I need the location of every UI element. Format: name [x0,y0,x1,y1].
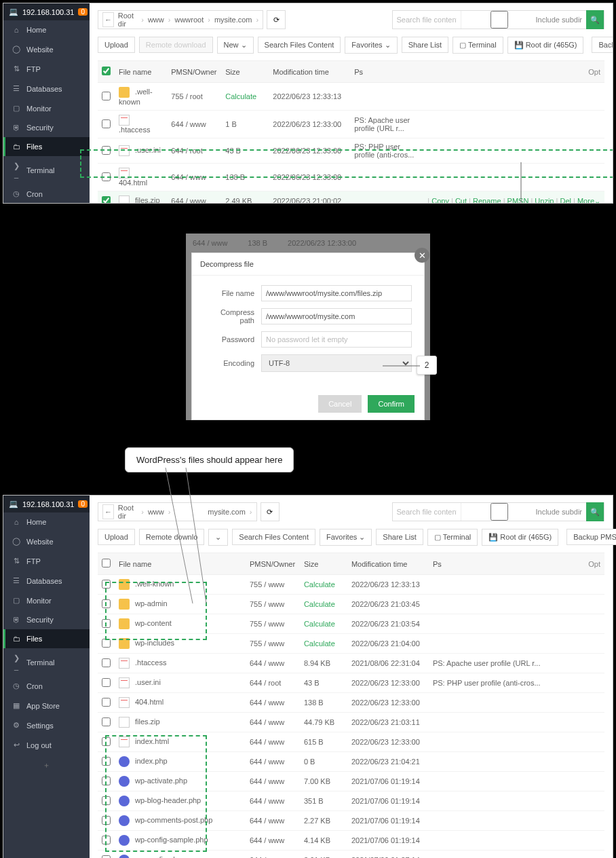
new-button[interactable]: ⌄ [208,529,228,546]
table-row[interactable]: index.php 644 / www 0 B 2022/06/23 21:04… [98,752,604,772]
include-subdir[interactable]: Include subdir [461,503,587,521]
nav-logout[interactable]: ↩Log out [3,735,90,755]
row-checkbox[interactable] [102,757,111,766]
favorites-button[interactable]: Favorites ⌄ [320,529,372,546]
cell-filename[interactable]: wp-admin [115,595,246,614]
nav-add[interactable]: ＋ [3,755,90,776]
cell-filename[interactable]: .well-known [115,575,246,595]
cell-filename[interactable]: .user.ini [115,673,246,693]
share-list-button[interactable]: Share List [402,37,449,53]
th-size[interactable]: Size [300,553,347,575]
row-checkbox[interactable] [102,796,111,805]
search-content-button[interactable]: Search Files Content [232,529,315,545]
row-checkbox[interactable] [102,580,111,589]
crumb-wwwroot[interactable]: wwwroot [174,16,204,24]
row-checkbox[interactable] [102,855,111,859]
th-ps[interactable]: Ps [350,61,423,83]
table-row[interactable]: 404.html 644 / www 138 B 2022/06/23 12:3… [98,164,604,191]
rootdir-button[interactable]: 💾 Root dir (465G) [507,37,584,54]
nav-website[interactable]: ◯Website [3,531,90,551]
nav-terminal[interactable]: ❯_Terminal [3,156,90,184]
crumb-root[interactable]: Root dir [118,12,137,28]
rootdir-button[interactable]: 💾 Root dir (465G) [482,529,558,546]
row-checkbox[interactable] [102,172,111,181]
crumb-www[interactable]: www [148,508,164,516]
terminal-button[interactable]: ▢ Terminal [453,37,503,54]
table-row[interactable]: wp-admin 755 / www Calculate 2022/06/23 … [98,595,604,614]
copy-link[interactable]: Copy [431,197,449,204]
nav-db[interactable]: ☰Databases [3,79,90,98]
unzip-link[interactable]: Unzip [535,197,554,204]
row-checkbox[interactable] [102,678,111,687]
table-row[interactable]: .user.ini 644 / root 43 B 2022/06/23 12:… [98,673,604,693]
nav-monitor[interactable]: ▢Monitor [3,591,90,610]
nav-website[interactable]: ◯Website [3,39,90,59]
th-filename[interactable]: File name [115,553,246,575]
row-checkbox[interactable] [102,816,111,825]
search-button[interactable]: 🔍 [586,10,604,29]
nav-ftp[interactable]: ⇅FTP [3,59,90,79]
select-all-checkbox[interactable] [102,559,111,567]
cell-filename[interactable]: wp-config.php [115,851,246,859]
row-checkbox[interactable] [102,119,111,128]
select-all-checkbox[interactable] [102,67,111,75]
row-checkbox[interactable] [102,146,111,155]
more-link[interactable]: More⌄ [577,197,600,204]
cell-filename[interactable]: wp-includes [115,634,246,654]
row-checkbox[interactable] [102,196,111,204]
terminal-button[interactable]: ▢ Terminal [427,529,478,546]
row-checkbox[interactable] [102,658,111,667]
row-checkbox[interactable] [102,619,111,628]
table-row[interactable]: index.html 644 / www 615 B 2022/06/23 12… [98,732,604,752]
row-checkbox[interactable] [102,737,111,746]
row-checkbox[interactable] [102,717,111,726]
th-size[interactable]: Size [221,61,269,83]
nav-files[interactable]: 🗀Files [3,629,90,648]
rename-link[interactable]: Rename [473,197,501,204]
th-pmsn[interactable]: PMSN/Owner [246,553,300,575]
del-link[interactable]: Del [560,197,571,204]
compresspath-input[interactable] [261,308,412,324]
nav-cron[interactable]: ◷Cron [3,676,90,696]
nav-terminal[interactable]: ❯_Terminal [3,648,90,676]
crumb-site[interactable]: mysite.com [208,508,246,516]
cell-filename[interactable]: wp-activate.php [115,772,246,791]
th-mod[interactable]: Modification time [347,553,429,575]
table-row[interactable]: files.zip 644 / www 2.49 KB 2022/06/23 2… [98,191,604,204]
confirm-button[interactable]: Confirm [368,395,415,413]
cut-link[interactable]: Cut [455,197,467,204]
cancel-button[interactable]: Cancel [318,395,362,413]
cell-filename[interactable]: wp-content [115,614,246,634]
search-button[interactable]: 🔍 [586,502,604,521]
th-filename[interactable]: File name [115,61,167,83]
subdir-checkbox[interactable] [465,503,533,521]
password-input[interactable] [261,331,412,348]
th-ps[interactable]: Ps [429,553,577,575]
nav-appstore[interactable]: ▦App Store [3,696,90,715]
back-button[interactable]: ← [102,12,114,27]
row-checkbox[interactable] [102,639,111,648]
cell-filename[interactable]: 404.html [115,693,246,713]
cell-filename[interactable]: wp-blog-header.php [115,791,246,811]
table-row[interactable]: .well-known 755 / root Calculate 2022/06… [98,83,604,111]
cell-filename[interactable]: .htaccess [115,654,246,673]
refresh-button[interactable]: ⟳ [261,502,280,521]
search-content-button[interactable]: Search Files Content [258,37,341,53]
include-subdir[interactable]: Include subdir [461,11,587,29]
nav-files[interactable]: 🗀Files [3,137,90,156]
nav-monitor[interactable]: ▢Monitor [3,98,90,118]
row-checkbox[interactable] [102,836,111,844]
th-mod[interactable]: Modification time [269,61,350,83]
table-row[interactable]: wp-content 755 / www Calculate 2022/06/2… [98,614,604,634]
encoding-select[interactable]: UTF-8 [261,354,412,372]
nav-security[interactable]: ⛨Security [3,610,90,629]
pmsn-link[interactable]: PMSN [507,197,529,204]
table-row[interactable]: wp-includes 755 / www Calculate 2022/06/… [98,634,604,654]
table-row[interactable]: files.zip 644 / www 44.79 KB 2022/06/23 … [98,713,604,732]
cell-filename[interactable]: 404.html [115,164,167,191]
back-button[interactable]: ← [102,504,114,519]
cell-filename[interactable]: .well-known [115,83,167,111]
cell-filename[interactable]: .htaccess [115,111,167,138]
alert-badge[interactable]: 0 [78,500,88,508]
cell-filename[interactable]: index.php [115,752,246,772]
